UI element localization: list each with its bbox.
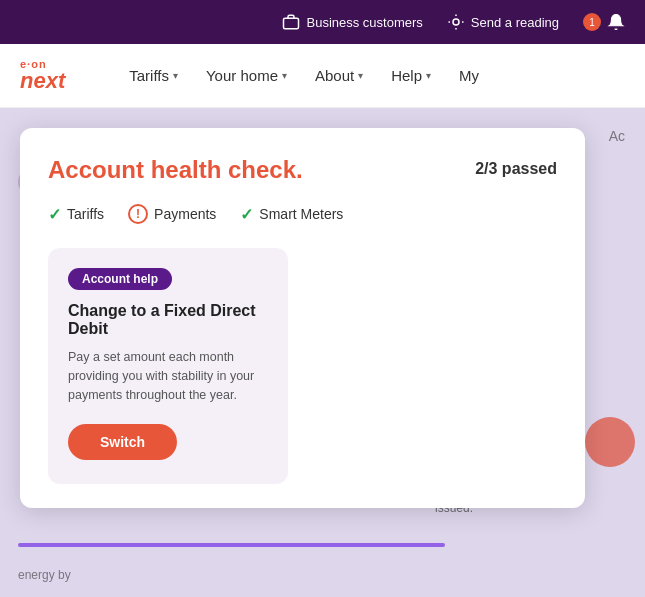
logo[interactable]: e·on next xyxy=(20,59,65,92)
card-body: Pay a set amount each month providing yo… xyxy=(68,348,268,404)
logo-next: next xyxy=(20,70,65,92)
nav-about[interactable]: About ▾ xyxy=(303,59,375,92)
check-smart-meters-label: Smart Meters xyxy=(259,206,343,222)
page-background: Wo 392 G Ac ‹ energy by t paym paymement… xyxy=(0,108,645,597)
nav-help[interactable]: Help ▾ xyxy=(379,59,443,92)
notification-badge: 1 xyxy=(583,13,601,31)
nav-my[interactable]: My xyxy=(447,59,491,92)
tariffs-chevron-icon: ▾ xyxy=(173,70,178,81)
check-smart-meters: ✓ Smart Meters xyxy=(240,205,343,224)
health-check-modal: Account health check. 2/3 passed ✓ Tarif… xyxy=(20,128,585,508)
modal-checks: ✓ Tariffs ! Payments ✓ Smart Meters xyxy=(48,204,557,224)
help-chevron-icon: ▾ xyxy=(426,70,431,81)
send-reading-label: Send a reading xyxy=(471,15,559,30)
about-chevron-icon: ▾ xyxy=(358,70,363,81)
business-customers-link[interactable]: Business customers xyxy=(282,13,422,31)
check-pass-icon: ✓ xyxy=(48,205,61,224)
send-reading-link[interactable]: Send a reading xyxy=(447,13,559,31)
business-customers-label: Business customers xyxy=(306,15,422,30)
switch-button[interactable]: Switch xyxy=(68,424,177,460)
check-pass-icon-2: ✓ xyxy=(240,205,253,224)
modal-header: Account health check. 2/3 passed xyxy=(48,156,557,184)
recommendation-card: Account help Change to a Fixed Direct De… xyxy=(48,248,288,484)
modal-overlay: Account health check. 2/3 passed ✓ Tarif… xyxy=(0,108,645,597)
modal-passed: 2/3 passed xyxy=(475,160,557,178)
svg-point-1 xyxy=(453,19,459,25)
nav-tariffs[interactable]: Tariffs ▾ xyxy=(117,59,190,92)
check-tariffs: ✓ Tariffs xyxy=(48,205,104,224)
nav-bar: e·on next Tariffs ▾ Your home ▾ About ▾ … xyxy=(0,44,645,108)
check-warning-icon: ! xyxy=(128,204,148,224)
nav-items: Tariffs ▾ Your home ▾ About ▾ Help ▾ My xyxy=(117,59,491,92)
check-tariffs-label: Tariffs xyxy=(67,206,104,222)
card-badge: Account help xyxy=(68,268,172,290)
your-home-chevron-icon: ▾ xyxy=(282,70,287,81)
check-payments: ! Payments xyxy=(128,204,216,224)
notification-bell[interactable]: 1 xyxy=(583,13,625,31)
check-payments-label: Payments xyxy=(154,206,216,222)
svg-rect-0 xyxy=(284,18,299,29)
card-title: Change to a Fixed Direct Debit xyxy=(68,302,268,338)
modal-title: Account health check. xyxy=(48,156,303,184)
top-bar: Business customers Send a reading 1 xyxy=(0,0,645,44)
nav-your-home[interactable]: Your home ▾ xyxy=(194,59,299,92)
